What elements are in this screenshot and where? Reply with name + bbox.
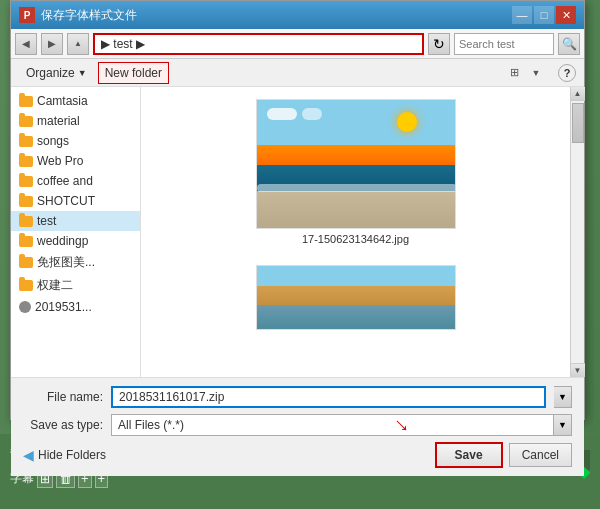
sidebar-item-shotcut[interactable]: SHOTCUT — [11, 191, 140, 211]
save-as-type-label: Save as type: — [23, 418, 103, 432]
file-thumbnail-beach — [256, 99, 456, 229]
file-item-second[interactable] — [149, 261, 562, 334]
savetype-row: Save as type: All Files (*.*) ▼ — [23, 414, 572, 436]
maximize-button[interactable]: □ — [534, 6, 554, 24]
clouds-decoration — [267, 108, 322, 120]
main-content: Camtasia material songs Web Pro coffee a… — [11, 87, 584, 377]
view-list-button[interactable]: ⊞ — [504, 63, 524, 83]
sidebar-item-webpro[interactable]: Web Pro — [11, 151, 140, 171]
app-icon: P — [19, 7, 35, 23]
new-folder-label: New folder — [105, 66, 162, 80]
folder-icon — [19, 136, 33, 147]
minimize-button[interactable]: — — [512, 6, 532, 24]
window-title: 保存字体样式文件 — [41, 7, 512, 24]
hide-folders-button[interactable]: ◀ Hide Folders — [23, 447, 106, 463]
sidebar-item-cutout[interactable]: 免抠图美... — [11, 251, 140, 274]
file-thumbnail-second — [256, 265, 456, 330]
sidebar-item-label: songs — [37, 134, 69, 148]
help-button[interactable]: ? — [558, 64, 576, 82]
sun-decoration — [397, 112, 417, 132]
search-input[interactable] — [454, 33, 554, 55]
folder-icon — [19, 196, 33, 207]
sidebar-item-quanjian[interactable]: 权建二 — [11, 274, 140, 297]
window-controls: — □ ✕ — [512, 6, 576, 24]
sidebar-item-wedding[interactable]: weddingp — [11, 231, 140, 251]
cloud-icon — [302, 108, 322, 120]
filetype-select[interactable]: All Files (*.*) — [111, 414, 554, 436]
sidebar: Camtasia material songs Web Pro coffee a… — [11, 87, 141, 377]
sidebar-item-test[interactable]: test — [11, 211, 140, 231]
wave-decoration — [257, 184, 456, 192]
path-text: ▶ test ▶ — [101, 37, 145, 51]
drive-icon — [19, 301, 31, 313]
file-name-label: 17-150623134642.jpg — [302, 233, 409, 245]
back-button[interactable]: ◀ — [15, 33, 37, 55]
title-bar: P 保存字体样式文件 — □ ✕ — [11, 1, 584, 29]
action-row: ◀ Hide Folders → Save Cancel — [23, 442, 572, 468]
folder-icon — [19, 216, 33, 227]
folder-icon — [19, 280, 33, 291]
sidebar-item-label: 2019531... — [35, 300, 92, 314]
filename-row: File name: ▼ — [23, 386, 572, 408]
file-area: 17-150623134642.jpg — [141, 87, 570, 377]
sidebar-item-label: 权建二 — [37, 277, 73, 294]
new-folder-button[interactable]: New folder — [98, 62, 169, 84]
sidebar-item-label: SHOTCUT — [37, 194, 95, 208]
view-dropdown-button[interactable]: ▼ — [526, 63, 546, 83]
sidebar-item-coffee[interactable]: coffee and — [11, 171, 140, 191]
folder-icon — [19, 236, 33, 247]
sidebar-item-2019[interactable]: 2019531... — [11, 297, 140, 317]
sidebar-item-label: test — [37, 214, 56, 228]
file-item-beach[interactable]: 17-150623134642.jpg — [149, 95, 562, 249]
sidebar-item-label: material — [37, 114, 80, 128]
organize-label: Organize — [26, 66, 75, 80]
sidebar-item-label: weddingp — [37, 234, 88, 248]
filetype-dropdown-button[interactable]: ▼ — [554, 414, 572, 436]
sidebar-item-label: Web Pro — [37, 154, 83, 168]
hide-icon: ◀ — [23, 447, 34, 463]
scroll-up-button[interactable]: ▲ — [571, 87, 585, 101]
up-button[interactable]: ▲ — [67, 33, 89, 55]
sidebar-item-material[interactable]: material — [11, 111, 140, 131]
search-button[interactable]: 🔍 — [558, 33, 580, 55]
organize-button[interactable]: Organize ▼ — [19, 62, 94, 84]
path-bar[interactable]: ▶ test ▶ — [93, 33, 424, 55]
sidebar-item-songs[interactable]: songs — [11, 131, 140, 151]
cancel-button[interactable]: Cancel — [509, 443, 572, 467]
organize-arrow-icon: ▼ — [78, 68, 87, 78]
toolbar: Organize ▼ New folder ⊞ ▼ ? — [11, 59, 584, 87]
sidebar-item-label: Camtasia — [37, 94, 88, 108]
filename-dropdown-button[interactable]: ▼ — [554, 386, 572, 408]
folder-icon — [19, 176, 33, 187]
hide-folders-label: Hide Folders — [38, 448, 106, 462]
save-button[interactable]: Save — [435, 442, 503, 468]
bottom-section: File name: ▼ Save as type: All Files (*.… — [11, 377, 584, 476]
cloud-icon — [267, 108, 297, 120]
close-button[interactable]: ✕ — [556, 6, 576, 24]
address-bar: ◀ ▶ ▲ ▶ test ▶ ↻ 🔍 — [11, 29, 584, 59]
save-dialog: P 保存字体样式文件 — □ ✕ ◀ ▶ ▲ ▶ test ▶ ↻ 🔍 Orga… — [10, 0, 585, 420]
file-name-input[interactable] — [111, 386, 546, 408]
file-name-label: File name: — [23, 390, 103, 404]
folder-icon — [19, 257, 33, 268]
sidebar-item-label: coffee and — [37, 174, 93, 188]
sidebar-item-camtasia[interactable]: Camtasia — [11, 91, 140, 111]
scroll-thumb[interactable] — [572, 103, 584, 143]
beach-preview — [257, 100, 456, 229]
folder-icon — [19, 96, 33, 107]
beach-preview-2 — [257, 266, 456, 330]
sidebar-item-label: 免抠图美... — [37, 254, 95, 271]
folder-icon — [19, 116, 33, 127]
scroll-down-button[interactable]: ▼ — [571, 363, 585, 377]
refresh-button[interactable]: ↻ — [428, 33, 450, 55]
filetype-select-wrapper: All Files (*.*) ▼ — [111, 414, 572, 436]
save-btn-wrapper: → Save — [435, 442, 503, 468]
scrollbar: ▲ ▼ — [570, 87, 584, 377]
folder-icon — [19, 156, 33, 167]
view-controls: ⊞ ▼ ? — [504, 63, 576, 83]
forward-button[interactable]: ▶ — [41, 33, 63, 55]
